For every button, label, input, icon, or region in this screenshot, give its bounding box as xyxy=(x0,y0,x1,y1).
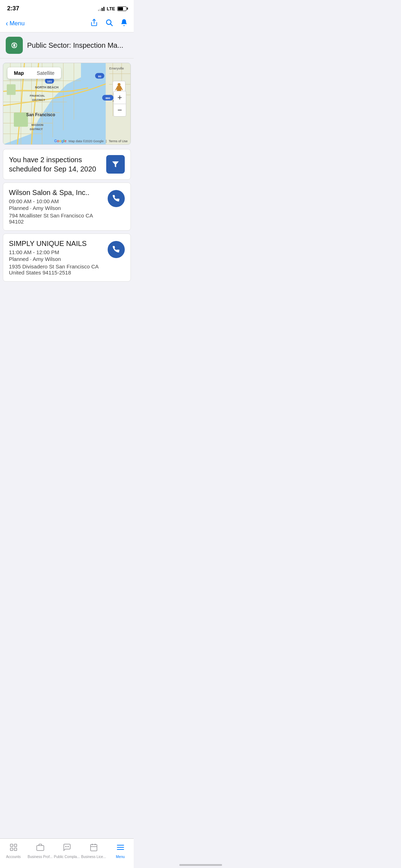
nav-action-icons xyxy=(90,19,128,29)
svg-rect-19 xyxy=(14,113,28,127)
svg-text:DISTRICT: DISTRICT xyxy=(32,98,45,102)
battery-icon xyxy=(117,6,127,11)
svg-text:MISSION: MISSION xyxy=(31,123,43,127)
app-header: Public Sector: Inspection Ma... xyxy=(0,32,134,58)
chevron-left-icon: ‹ xyxy=(6,19,8,27)
signal-icon xyxy=(98,6,104,11)
inspection-name-2: SIMPLY UNIQUE NAILS xyxy=(9,240,103,248)
phone-icon-1 xyxy=(113,195,120,202)
inspection-time-2: 11:00 AM - 12:00 PM xyxy=(9,249,103,255)
inspection-name-1: Wilson Salon & Spa, Inc.. xyxy=(9,189,103,197)
inspection-meta-2: Planned · Amy Wilson xyxy=(9,256,103,262)
inspection-agent-2: Amy Wilson xyxy=(33,256,61,262)
inspection-address-1: 794 Mcallister St San Francisco CA 94102 xyxy=(9,212,103,225)
phone-icon-2 xyxy=(113,246,120,253)
svg-line-43 xyxy=(121,88,122,90)
lte-label: LTE xyxy=(107,6,115,11)
inspections-count-text: You have 2 inspections scheduled for Sep… xyxy=(9,155,106,174)
share-icon[interactable] xyxy=(90,19,98,29)
back-button[interactable]: ‹ Menu xyxy=(6,20,25,27)
search-icon[interactable] xyxy=(105,19,113,29)
map-zoom-controls[interactable]: + − xyxy=(113,91,126,117)
inspection-separator-1: · xyxy=(30,205,33,211)
map-view-button[interactable]: Map xyxy=(7,67,30,79)
inspection-time-1: 09:00 AM - 10:00 AM xyxy=(9,198,103,204)
inspection-card-1: Wilson Salon & Spa, Inc.. 09:00 AM - 10:… xyxy=(3,183,131,231)
svg-text:80: 80 xyxy=(98,75,101,78)
status-icons: LTE xyxy=(98,6,127,11)
svg-text:San Francisco: San Francisco xyxy=(26,112,55,117)
notification-icon[interactable] xyxy=(120,19,128,29)
zoom-in-button[interactable]: + xyxy=(113,91,126,104)
inspection-meta-1: Planned · Amy Wilson xyxy=(9,205,103,211)
status-time: 2:37 xyxy=(7,5,19,12)
svg-text:Emeryville: Emeryville xyxy=(109,67,124,70)
svg-text:DISTRICT: DISTRICT xyxy=(30,128,43,131)
app-logo xyxy=(6,37,23,54)
satellite-view-button[interactable]: Satellite xyxy=(30,67,61,79)
inspection-status-1: Planned xyxy=(9,205,29,211)
call-button-1[interactable] xyxy=(108,190,125,207)
inspection-card-2: SIMPLY UNIQUE NAILS 11:00 AM - 12:00 PM … xyxy=(3,233,131,282)
svg-line-2 xyxy=(110,24,112,26)
svg-text:NORTH BEACH: NORTH BEACH xyxy=(35,86,58,89)
map-terms-link[interactable]: Terms of Use xyxy=(109,139,128,143)
filter-button[interactable] xyxy=(106,155,125,174)
call-button-2[interactable] xyxy=(108,241,125,258)
map-footer: Google Map data ©2020 Google | Terms of … xyxy=(3,139,130,143)
svg-rect-20 xyxy=(7,84,16,95)
svg-point-41 xyxy=(118,83,120,86)
app-title: Public Sector: Inspection Ma... xyxy=(27,41,123,50)
status-bar: 2:37 LTE xyxy=(0,0,134,16)
inspection-agent-1: Amy Wilson xyxy=(33,205,61,211)
inspections-summary: You have 2 inspections scheduled for Sep… xyxy=(3,149,131,180)
svg-marker-44 xyxy=(112,161,119,168)
svg-text:880: 880 xyxy=(106,97,110,100)
inspection-info-2: SIMPLY UNIQUE NAILS 11:00 AM - 12:00 PM … xyxy=(9,240,103,276)
map-terms: | xyxy=(106,139,107,143)
inspection-separator-2: · xyxy=(30,256,33,262)
inspection-info-1: Wilson Salon & Spa, Inc.. 09:00 AM - 10:… xyxy=(9,189,103,225)
svg-line-42 xyxy=(116,88,117,90)
filter-icon xyxy=(112,160,119,168)
zoom-out-button[interactable]: − xyxy=(113,104,126,117)
svg-text:101: 101 xyxy=(47,80,52,83)
nav-bar: ‹ Menu xyxy=(0,16,134,32)
map-attribution: Map data ©2020 Google xyxy=(68,139,103,143)
svg-text:FINANCIAL: FINANCIAL xyxy=(30,94,45,97)
inspection-address-2: 1935 Divisadero St San Francisco CA Unit… xyxy=(9,263,103,276)
map-container[interactable]: Emeryville 80 880 Oak 101 NORTH BEACH FI… xyxy=(3,63,131,145)
inspection-status-2: Planned xyxy=(9,256,29,262)
map-toggle[interactable]: Map Satellite xyxy=(7,67,61,79)
back-label: Menu xyxy=(10,20,25,27)
